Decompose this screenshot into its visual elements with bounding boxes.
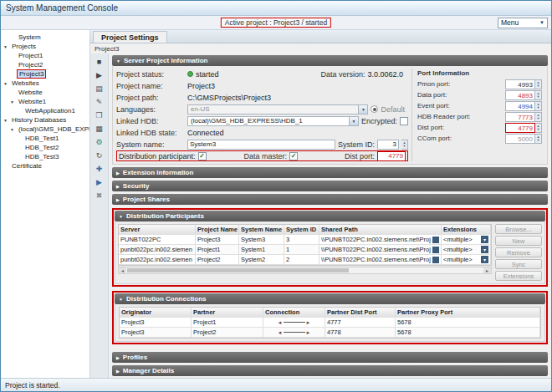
tree-item-history-databases[interactable]: ▼History Databases [1, 115, 89, 125]
section-header-manager-details[interactable]: ▶ Manager Details [112, 365, 548, 376]
column-header-system-name[interactable]: System Name [239, 225, 284, 234]
tree-item-local-gms-hdb-express[interactable]: ▼(local)\GMS_HDB_EXPRESS [1, 125, 89, 134]
tree-item-hdb-test2[interactable]: HDB_Test2 [1, 143, 89, 152]
chevron-down-icon[interactable]: ▾ [481, 236, 488, 243]
column-header-server[interactable]: Server [119, 225, 196, 234]
new-project-icon[interactable]: ▤ [93, 83, 105, 94]
tree-item-webapplication1[interactable]: WebApplication1 [1, 106, 89, 115]
expander-icon[interactable]: ▼ [3, 118, 10, 123]
section-header-security[interactable]: ▶ Security [112, 181, 548, 191]
menu-dropdown[interactable]: Menu ▼ [498, 18, 548, 28]
section-header-project-shares[interactable]: ▶ Project Shares [112, 194, 548, 205]
button-sync[interactable]: Sync [495, 259, 542, 269]
delete-icon[interactable]: ✖ [93, 190, 105, 201]
port-input-hdb-reader-port[interactable]: 7773 [505, 112, 535, 122]
browse-path-button[interactable] [432, 247, 439, 253]
tab-project-settings[interactable]: Project Settings [93, 31, 167, 43]
spinner-icon[interactable]: ▲▼ [535, 112, 542, 122]
scroll-right-icon[interactable]: ► [483, 267, 491, 273]
column-header-partner[interactable]: Partner [192, 308, 263, 317]
column-header-connection[interactable]: Connection [263, 308, 325, 317]
expander-icon[interactable]: ▼ [10, 99, 17, 104]
tree-item-label: Project1 [17, 52, 44, 59]
scroll-left-icon[interactable]: ◄ [119, 267, 126, 273]
expander-icon[interactable]: ▼ [3, 44, 10, 49]
section-header-distribution-participants[interactable]: ▼ Distribution Participants [115, 211, 545, 221]
port-input-ccom-port[interactable]: 5000 [505, 134, 535, 144]
activate-icon[interactable]: ▶ [93, 176, 105, 187]
tree-item-project2[interactable]: Project2 [1, 60, 89, 69]
data-master-checkbox[interactable]: ✓ [289, 152, 298, 160]
system-id-input[interactable] [377, 140, 399, 150]
encrypted-checkbox[interactable] [400, 117, 408, 125]
copy-project-icon[interactable]: ❐ [93, 109, 105, 120]
browse-path-button[interactable] [432, 257, 439, 263]
languages-dropdown[interactable]: en-US ▼ [187, 104, 368, 115]
spinner-icon[interactable]: ▲▼ [535, 123, 542, 133]
section-header-profiles[interactable]: ▶ Profiles [112, 352, 548, 363]
column-header-originator[interactable]: Originator [120, 308, 192, 317]
tree-item-certificate[interactable]: Certificate [1, 161, 89, 171]
tree-item-system[interactable]: System [1, 33, 89, 42]
expander-icon[interactable]: ▼ [3, 81, 10, 86]
tree-item-project1[interactable]: Project1 [1, 51, 89, 60]
dist-port-input[interactable] [377, 151, 406, 161]
edit-project-icon[interactable]: ✎ [93, 96, 105, 107]
spinner-icon[interactable]: ▲▼ [535, 90, 542, 100]
spinner-icon[interactable]: ▲▼ [535, 134, 542, 144]
port-input-pmon-port[interactable]: 4993 [505, 79, 535, 89]
port-input-data-port[interactable]: 4893 [505, 90, 535, 100]
button-browse[interactable]: Browse... [495, 224, 542, 234]
connection-row[interactable]: Project3Project1◄►47775678 [120, 318, 540, 328]
system-name-input[interactable] [187, 140, 335, 150]
spinner-icon[interactable]: ▲▼ [535, 101, 542, 111]
connection-row[interactable]: Project3Project2◄►47785678 [120, 328, 540, 338]
chevron-down-icon[interactable]: ▾ [481, 246, 488, 253]
tree-item-website1[interactable]: ▼Website1 [1, 97, 89, 106]
scrollbar-thumb[interactable] [127, 268, 349, 272]
port-label: Event port: [417, 102, 505, 109]
button-extensions[interactable]: Extensions [495, 271, 542, 281]
spinner-icon[interactable]: ▲▼ [535, 79, 542, 89]
restore-icon[interactable]: ↻ [93, 150, 105, 160]
tree-item-projects[interactable]: ▼Projects [1, 42, 89, 51]
start-project-icon[interactable]: ▶ [93, 69, 105, 80]
participant-row[interactable]: punbt022pc.in002.siemenProject1System11\… [119, 245, 491, 255]
column-header-partner-proxy-port[interactable]: Partner Proxy Port [396, 308, 540, 317]
column-header-project-name[interactable]: Project Name [196, 225, 239, 234]
scrollbar-track[interactable] [126, 267, 483, 273]
section-header-distribution-connections[interactable]: ▼ Distribution Connections [115, 293, 545, 304]
title-bar: System Management Console [1, 1, 551, 16]
stop-project-icon[interactable]: ■ [93, 56, 105, 67]
participant-row[interactable]: punbt022pc.in002.siemenProject2System22\… [119, 255, 491, 265]
expander-icon[interactable]: ▼ [10, 127, 17, 132]
participant-row[interactable]: PUNBT022PCProject3System33\\PUNBT022PC.i… [119, 235, 491, 245]
tree-item-hdb-test1[interactable]: HDB_Test1 [1, 134, 89, 143]
browse-path-button[interactable] [432, 237, 439, 243]
default-radio[interactable] [371, 105, 378, 113]
section-header-server-project-information[interactable]: ▼ Server Project Information [112, 55, 548, 66]
distribution-participant-checkbox[interactable]: ✓ [198, 152, 207, 160]
save-project-icon[interactable]: ▦ [93, 123, 105, 134]
column-header-partner-dist-port[interactable]: Partner Dist Port [325, 308, 396, 317]
linked-hdb-row: Linked HDB: (local)\GMS_HDB_EXPRESS\HDB_… [116, 115, 408, 126]
chevron-down-icon[interactable]: ▾ [481, 256, 488, 263]
port-input-event-port[interactable]: 4994 [505, 101, 535, 111]
tree-item-hdb-test3[interactable]: HDB_Test3 [1, 152, 89, 161]
horizontal-scrollbar[interactable]: ◄ ► [118, 267, 492, 274]
tree-item-websites[interactable]: ▼Websites [1, 79, 89, 88]
settings-icon[interactable]: ⚙ [93, 136, 105, 147]
button-remove[interactable]: Remove [495, 247, 542, 257]
distribution-settings-row: Distribution participant: ✓ Data master:… [116, 150, 408, 161]
add-icon[interactable]: ✚ [93, 163, 105, 174]
tree-item-project3[interactable]: Project3 [1, 69, 89, 79]
port-input-dist-port[interactable]: 4779 [505, 123, 535, 133]
linked-hdb-dropdown[interactable]: (local)\GMS_HDB_EXPRESS\HDB_1 ▼ [187, 116, 359, 126]
button-new[interactable]: New [495, 236, 542, 246]
column-header-shared-path[interactable]: Shared Path [319, 225, 442, 234]
spinner-icon[interactable]: ▲▼ [401, 140, 408, 150]
column-header-system-id[interactable]: System ID [284, 225, 319, 234]
tree-item-website[interactable]: Website [1, 88, 89, 97]
section-header-extension-information[interactable]: ▶ Extension Information [112, 167, 548, 178]
column-header-extensions[interactable]: Extensions [442, 225, 491, 234]
